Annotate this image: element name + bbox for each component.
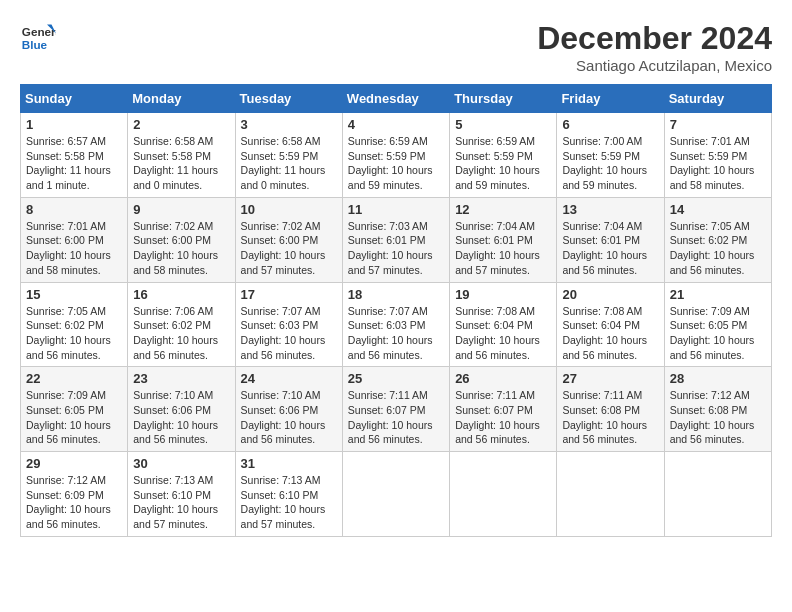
day-info: Sunrise: 7:10 AMSunset: 6:06 PMDaylight:… (133, 388, 229, 447)
day-info: Sunrise: 7:06 AMSunset: 6:02 PMDaylight:… (133, 304, 229, 363)
day-number: 20 (562, 287, 658, 302)
day-number: 29 (26, 456, 122, 471)
day-number: 1 (26, 117, 122, 132)
calendar-cell: 19Sunrise: 7:08 AMSunset: 6:04 PMDayligh… (450, 282, 557, 367)
week-row-3: 15Sunrise: 7:05 AMSunset: 6:02 PMDayligh… (21, 282, 772, 367)
day-info: Sunrise: 7:10 AMSunset: 6:06 PMDaylight:… (241, 388, 337, 447)
day-info: Sunrise: 7:12 AMSunset: 6:09 PMDaylight:… (26, 473, 122, 532)
day-number: 7 (670, 117, 766, 132)
day-info: Sunrise: 7:00 AMSunset: 5:59 PMDaylight:… (562, 134, 658, 193)
calendar-cell: 17Sunrise: 7:07 AMSunset: 6:03 PMDayligh… (235, 282, 342, 367)
calendar-cell: 8Sunrise: 7:01 AMSunset: 6:00 PMDaylight… (21, 197, 128, 282)
day-info: Sunrise: 7:07 AMSunset: 6:03 PMDaylight:… (348, 304, 444, 363)
day-info: Sunrise: 7:01 AMSunset: 5:59 PMDaylight:… (670, 134, 766, 193)
day-number: 4 (348, 117, 444, 132)
day-number: 25 (348, 371, 444, 386)
day-info: Sunrise: 7:11 AMSunset: 6:07 PMDaylight:… (455, 388, 551, 447)
day-number: 12 (455, 202, 551, 217)
day-info: Sunrise: 6:59 AMSunset: 5:59 PMDaylight:… (455, 134, 551, 193)
calendar-cell: 4Sunrise: 6:59 AMSunset: 5:59 PMDaylight… (342, 113, 449, 198)
day-number: 15 (26, 287, 122, 302)
calendar-cell: 16Sunrise: 7:06 AMSunset: 6:02 PMDayligh… (128, 282, 235, 367)
header-wednesday: Wednesday (342, 85, 449, 113)
calendar-cell: 29Sunrise: 7:12 AMSunset: 6:09 PMDayligh… (21, 452, 128, 537)
week-row-5: 29Sunrise: 7:12 AMSunset: 6:09 PMDayligh… (21, 452, 772, 537)
calendar-cell: 22Sunrise: 7:09 AMSunset: 6:05 PMDayligh… (21, 367, 128, 452)
calendar-table: SundayMondayTuesdayWednesdayThursdayFrid… (20, 84, 772, 537)
day-number: 16 (133, 287, 229, 302)
day-number: 2 (133, 117, 229, 132)
day-number: 22 (26, 371, 122, 386)
day-number: 9 (133, 202, 229, 217)
day-info: Sunrise: 7:08 AMSunset: 6:04 PMDaylight:… (455, 304, 551, 363)
day-number: 14 (670, 202, 766, 217)
calendar-cell: 18Sunrise: 7:07 AMSunset: 6:03 PMDayligh… (342, 282, 449, 367)
day-info: Sunrise: 6:59 AMSunset: 5:59 PMDaylight:… (348, 134, 444, 193)
day-number: 31 (241, 456, 337, 471)
day-info: Sunrise: 7:05 AMSunset: 6:02 PMDaylight:… (26, 304, 122, 363)
header-monday: Monday (128, 85, 235, 113)
header-thursday: Thursday (450, 85, 557, 113)
calendar-cell: 28Sunrise: 7:12 AMSunset: 6:08 PMDayligh… (664, 367, 771, 452)
day-info: Sunrise: 7:04 AMSunset: 6:01 PMDaylight:… (562, 219, 658, 278)
day-info: Sunrise: 7:04 AMSunset: 6:01 PMDaylight:… (455, 219, 551, 278)
location-title: Santiago Acutzilapan, Mexico (537, 57, 772, 74)
week-row-4: 22Sunrise: 7:09 AMSunset: 6:05 PMDayligh… (21, 367, 772, 452)
day-number: 28 (670, 371, 766, 386)
day-number: 30 (133, 456, 229, 471)
day-number: 5 (455, 117, 551, 132)
day-number: 6 (562, 117, 658, 132)
calendar-cell (664, 452, 771, 537)
week-row-1: 1Sunrise: 6:57 AMSunset: 5:58 PMDaylight… (21, 113, 772, 198)
day-number: 13 (562, 202, 658, 217)
day-info: Sunrise: 7:09 AMSunset: 6:05 PMDaylight:… (670, 304, 766, 363)
logo: General Blue (20, 20, 60, 56)
day-number: 19 (455, 287, 551, 302)
calendar-cell: 21Sunrise: 7:09 AMSunset: 6:05 PMDayligh… (664, 282, 771, 367)
calendar-header-row: SundayMondayTuesdayWednesdayThursdayFrid… (21, 85, 772, 113)
calendar-cell: 23Sunrise: 7:10 AMSunset: 6:06 PMDayligh… (128, 367, 235, 452)
calendar-cell: 10Sunrise: 7:02 AMSunset: 6:00 PMDayligh… (235, 197, 342, 282)
day-info: Sunrise: 7:02 AMSunset: 6:00 PMDaylight:… (241, 219, 337, 278)
day-number: 11 (348, 202, 444, 217)
calendar-cell: 13Sunrise: 7:04 AMSunset: 6:01 PMDayligh… (557, 197, 664, 282)
day-info: Sunrise: 7:05 AMSunset: 6:02 PMDaylight:… (670, 219, 766, 278)
calendar-cell (450, 452, 557, 537)
logo-icon: General Blue (20, 20, 56, 56)
day-number: 27 (562, 371, 658, 386)
day-info: Sunrise: 7:03 AMSunset: 6:01 PMDaylight:… (348, 219, 444, 278)
calendar-cell (342, 452, 449, 537)
day-number: 21 (670, 287, 766, 302)
day-info: Sunrise: 7:11 AMSunset: 6:07 PMDaylight:… (348, 388, 444, 447)
day-info: Sunrise: 6:58 AMSunset: 5:59 PMDaylight:… (241, 134, 337, 193)
day-number: 3 (241, 117, 337, 132)
header-saturday: Saturday (664, 85, 771, 113)
day-number: 18 (348, 287, 444, 302)
calendar-cell: 14Sunrise: 7:05 AMSunset: 6:02 PMDayligh… (664, 197, 771, 282)
header-friday: Friday (557, 85, 664, 113)
week-row-2: 8Sunrise: 7:01 AMSunset: 6:00 PMDaylight… (21, 197, 772, 282)
calendar-cell: 20Sunrise: 7:08 AMSunset: 6:04 PMDayligh… (557, 282, 664, 367)
calendar-cell: 15Sunrise: 7:05 AMSunset: 6:02 PMDayligh… (21, 282, 128, 367)
calendar-cell: 7Sunrise: 7:01 AMSunset: 5:59 PMDaylight… (664, 113, 771, 198)
calendar-cell: 3Sunrise: 6:58 AMSunset: 5:59 PMDaylight… (235, 113, 342, 198)
day-info: Sunrise: 6:57 AMSunset: 5:58 PMDaylight:… (26, 134, 122, 193)
page-header: General Blue December 2024 Santiago Acut… (20, 20, 772, 74)
day-number: 8 (26, 202, 122, 217)
calendar-cell (557, 452, 664, 537)
month-title: December 2024 (537, 20, 772, 57)
calendar-cell: 27Sunrise: 7:11 AMSunset: 6:08 PMDayligh… (557, 367, 664, 452)
day-number: 17 (241, 287, 337, 302)
day-info: Sunrise: 7:11 AMSunset: 6:08 PMDaylight:… (562, 388, 658, 447)
calendar-cell: 24Sunrise: 7:10 AMSunset: 6:06 PMDayligh… (235, 367, 342, 452)
day-info: Sunrise: 7:09 AMSunset: 6:05 PMDaylight:… (26, 388, 122, 447)
day-info: Sunrise: 7:12 AMSunset: 6:08 PMDaylight:… (670, 388, 766, 447)
header-sunday: Sunday (21, 85, 128, 113)
header-tuesday: Tuesday (235, 85, 342, 113)
day-info: Sunrise: 7:01 AMSunset: 6:00 PMDaylight:… (26, 219, 122, 278)
calendar-cell: 30Sunrise: 7:13 AMSunset: 6:10 PMDayligh… (128, 452, 235, 537)
day-info: Sunrise: 7:07 AMSunset: 6:03 PMDaylight:… (241, 304, 337, 363)
svg-text:Blue: Blue (22, 38, 48, 51)
day-number: 24 (241, 371, 337, 386)
day-number: 10 (241, 202, 337, 217)
